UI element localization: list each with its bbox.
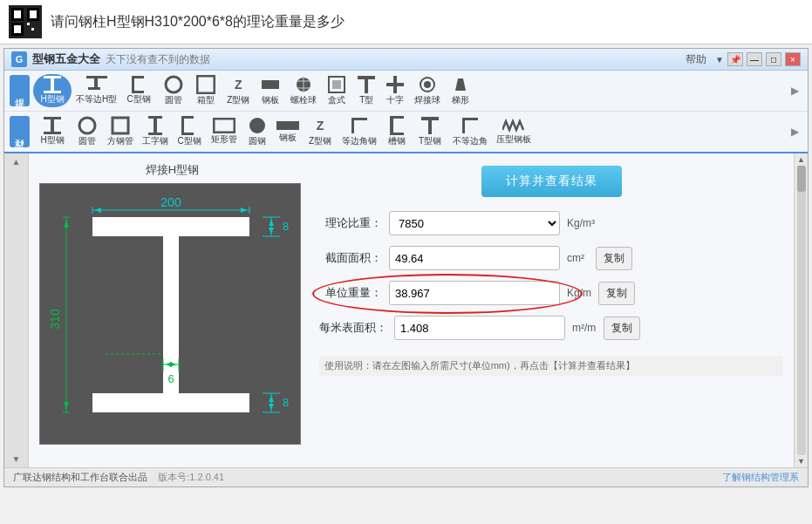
side-scroll-down[interactable]: ▼ bbox=[12, 454, 21, 464]
square-tube-label: 方钢管 bbox=[107, 135, 133, 147]
content-area: 焊接H型钢 200 bbox=[29, 153, 794, 467]
svg-text:310: 310 bbox=[48, 309, 62, 330]
c-profile-icon bbox=[180, 116, 199, 135]
toolbar-item-box[interactable]: 箱型 bbox=[191, 73, 221, 108]
toolbar-item-h-profile[interactable]: H型钢 bbox=[33, 115, 72, 148]
square-tube-icon bbox=[111, 116, 130, 135]
surface-copy-button[interactable]: 复制 bbox=[604, 316, 640, 340]
toolbar-item-unequal-angle[interactable]: 不等边角 bbox=[448, 114, 492, 149]
svg-rect-5 bbox=[88, 87, 100, 90]
toolbar-item-equal-angle[interactable]: 等边角钢 bbox=[338, 114, 381, 149]
box-label: 箱型 bbox=[197, 94, 215, 106]
equal-angle-label: 等边角钢 bbox=[342, 135, 377, 147]
svg-point-23 bbox=[424, 81, 431, 88]
press-plate-label: 压型钢板 bbox=[496, 133, 531, 146]
toolbar-item-square-tube[interactable]: 方钢管 bbox=[103, 114, 138, 149]
scrollbar-down-icon[interactable]: ▼ bbox=[797, 457, 805, 466]
steel-plate-label: 钢板 bbox=[262, 94, 279, 106]
z-profile-label: Z型钢 bbox=[309, 135, 331, 147]
trapezoid-label: 梯形 bbox=[452, 94, 469, 106]
toolbar-item-bolt-ball[interactable]: 螺栓球 bbox=[286, 73, 321, 108]
toolbar-item-h-beam[interactable]: H型钢 bbox=[33, 74, 72, 107]
toolbar-item-trapezoid[interactable]: 梯形 bbox=[446, 73, 475, 108]
surface-row: 每米表面积： m²/m 复制 bbox=[319, 316, 783, 340]
density-select[interactable]: 7850 bbox=[389, 211, 560, 235]
toolbar-item-z-beam[interactable]: Z Z型钢 bbox=[222, 73, 255, 108]
t-profile-icon bbox=[420, 116, 440, 135]
toolbar-item-unequal-h[interactable]: 不等边H型 bbox=[72, 74, 120, 107]
svg-rect-43 bbox=[421, 117, 439, 120]
svg-rect-3 bbox=[86, 76, 107, 78]
area-input[interactable] bbox=[389, 246, 560, 270]
svg-rect-0 bbox=[44, 76, 61, 78]
svg-rect-31 bbox=[154, 119, 157, 133]
svg-rect-11 bbox=[262, 80, 279, 89]
toolbar-item-c-profile[interactable]: C型钢 bbox=[173, 114, 206, 149]
flat-bar-label: 钢板 bbox=[279, 132, 297, 144]
svg-rect-29 bbox=[113, 118, 128, 133]
drawing-title: 焊接H型钢 bbox=[39, 162, 305, 178]
toolbar-item-channel[interactable]: 槽钢 bbox=[382, 114, 412, 149]
svg-rect-36 bbox=[214, 119, 235, 133]
unit-weight-input[interactable] bbox=[389, 281, 560, 305]
round-pipe-icon bbox=[164, 75, 183, 94]
drawing-section: 焊接H型钢 200 bbox=[39, 162, 305, 459]
z-beam-icon: Z bbox=[229, 75, 248, 94]
toolbar-item-z-profile[interactable]: Z Z型钢 bbox=[304, 114, 337, 149]
svg-point-37 bbox=[249, 118, 265, 133]
toolbar-item-rect-tube[interactable]: 矩形管 bbox=[207, 116, 242, 147]
toolbar-item-steel-plate[interactable]: 钢板 bbox=[256, 73, 285, 108]
unequal-h-icon bbox=[85, 76, 108, 93]
scroll-right-2-icon[interactable]: ▶ bbox=[788, 124, 802, 140]
surface-input[interactable] bbox=[394, 316, 565, 340]
unit-weight-unit: Kg/m bbox=[567, 287, 591, 299]
minimize-button[interactable]: — bbox=[747, 52, 762, 66]
scroll-right-icon[interactable]: ▶ bbox=[788, 83, 802, 99]
toolbar-item-cross[interactable]: 十字 bbox=[381, 73, 409, 108]
toolbar-item-round-tube[interactable]: 圆管 bbox=[72, 114, 102, 149]
side-scroll-up[interactable]: ▲ bbox=[12, 157, 21, 167]
help-button[interactable]: 帮助 bbox=[686, 52, 706, 67]
svg-rect-1 bbox=[51, 78, 54, 91]
toolbar-item-t-beam[interactable]: T型 bbox=[352, 73, 380, 108]
unit-weight-copy-button[interactable]: 复制 bbox=[598, 282, 635, 305]
t-beam-icon bbox=[357, 75, 376, 94]
toolbar-item-weld-ball[interactable]: 焊接球 bbox=[410, 73, 445, 108]
svg-text:8: 8 bbox=[283, 396, 289, 409]
app-title-bar: G 型钢五金大全 天下没有查不到的数据 帮助 ▼ 📌 — □ × bbox=[4, 49, 808, 71]
maximize-button[interactable]: □ bbox=[766, 52, 781, 66]
pin-button[interactable]: 📌 bbox=[727, 52, 743, 66]
density-label: 理论比重： bbox=[319, 215, 382, 231]
svg-marker-50 bbox=[95, 208, 101, 213]
flat-bar-icon bbox=[276, 119, 299, 132]
svg-rect-30 bbox=[148, 116, 162, 119]
calc-button[interactable]: 计算并查看结果 bbox=[481, 166, 622, 197]
svg-rect-25 bbox=[44, 117, 61, 119]
toolbar-item-round-bar[interactable]: 圆钢 bbox=[242, 114, 272, 149]
area-copy-button[interactable]: 复制 bbox=[596, 247, 632, 270]
toolbar-item-press-plate[interactable]: 压型钢板 bbox=[493, 116, 535, 147]
channel-icon bbox=[387, 116, 406, 135]
svg-marker-71 bbox=[269, 396, 274, 402]
svg-marker-78 bbox=[64, 402, 69, 410]
svg-rect-67 bbox=[92, 393, 249, 412]
c-profile-label: C型钢 bbox=[177, 135, 201, 147]
close-button[interactable]: × bbox=[785, 52, 801, 66]
scrollbar-up-icon[interactable]: ▲ bbox=[797, 155, 805, 164]
t-profile-label: T型钢 bbox=[419, 135, 441, 147]
svg-rect-52 bbox=[92, 217, 249, 236]
footer-link[interactable]: 了解钢结构管理系 bbox=[722, 471, 799, 484]
bolt-ball-label: 螺栓球 bbox=[290, 94, 317, 106]
toolbar-item-flat-bar[interactable]: 钢板 bbox=[273, 118, 303, 146]
toolbar-item-c-steel[interactable]: C型钢 bbox=[121, 74, 156, 107]
toolbar-item-box-type[interactable]: 盒式 bbox=[322, 73, 351, 108]
svg-point-28 bbox=[79, 118, 95, 133]
svg-rect-19 bbox=[365, 79, 368, 93]
z-profile-icon: Z bbox=[310, 116, 330, 135]
toolbar-item-i-beam[interactable]: 工字钢 bbox=[139, 114, 172, 149]
usage-note: 使用说明：请在左图输入所需尺寸(单位mm)，再点击【计算并查看结果】 bbox=[319, 356, 783, 376]
h-profile-label: H型钢 bbox=[40, 134, 64, 146]
toolbar-item-t-profile[interactable]: T型钢 bbox=[413, 114, 447, 149]
svg-rect-26 bbox=[51, 119, 54, 132]
toolbar-item-round-pipe[interactable]: 圆管 bbox=[157, 73, 190, 108]
